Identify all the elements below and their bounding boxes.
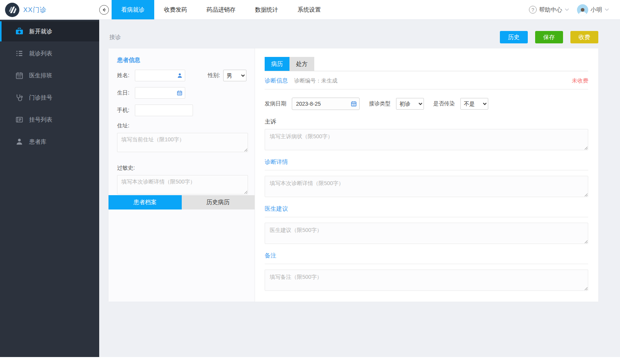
- back-button[interactable]: [99, 5, 109, 15]
- person-icon: [177, 73, 183, 78]
- divider: [265, 89, 588, 89]
- doctor-advice-textarea[interactable]: [265, 223, 588, 244]
- nav-tab-consult[interactable]: 看病就诊: [112, 0, 154, 19]
- sidebar-item-doctor-schedule[interactable]: 医生排班: [0, 65, 99, 86]
- allergy-label: 过敏史:: [117, 165, 247, 172]
- divider: [265, 264, 588, 264]
- medical-record-panel: 病历 处方 诊断信息 诊断编号：未生成 未收费 发病日期: [255, 48, 598, 302]
- page-title: 接诊: [109, 34, 121, 41]
- tab-patient-archive[interactable]: 患者档案: [108, 195, 182, 209]
- sidebar-item-label: 门诊挂号: [29, 94, 52, 101]
- patient-panel-tabs: 患者档案 历史病历: [108, 195, 255, 209]
- visit-type-select[interactable]: 初诊: [396, 98, 424, 110]
- divider: [265, 217, 588, 217]
- registration-card-icon: [16, 116, 23, 124]
- patient-info-title: 患者信息: [117, 57, 247, 64]
- charge-button[interactable]: 收费: [570, 31, 598, 43]
- infectious-label: 是否传染: [433, 100, 455, 107]
- onset-date-input[interactable]: [292, 98, 360, 110]
- first-aid-kit-icon: [16, 27, 23, 35]
- tab-medical-record[interactable]: 病历: [265, 57, 289, 71]
- record-tabs: 病历 处方: [265, 57, 588, 71]
- onset-date-label: 发病日期: [265, 100, 286, 107]
- main-content: 接诊 历史 保存 收费 患者信息 姓名:: [99, 20, 620, 357]
- section-doctor-advice: 医生建议: [265, 205, 588, 244]
- doctor-advice-title: 医生建议: [265, 205, 588, 213]
- gender-label: 性别:: [208, 72, 220, 79]
- user-name[interactable]: 小明: [591, 6, 602, 14]
- gender-group: 性别: 男: [208, 70, 246, 81]
- chief-complaint-textarea[interactable]: [265, 129, 588, 150]
- allergy-textarea[interactable]: [117, 175, 248, 194]
- remarks-textarea[interactable]: [265, 270, 588, 291]
- chief-complaint-title: 主诉: [265, 118, 588, 125]
- birthday-label: 生日:: [117, 89, 135, 96]
- sidebar-item-label: 挂号列表: [29, 116, 52, 124]
- nav-tab-drug-inventory[interactable]: 药品进销存: [197, 0, 245, 19]
- header-actions: 历史 保存 收费: [500, 31, 598, 43]
- remarks-title: 备注: [265, 252, 588, 259]
- sidebar-item-label: 新开就诊: [29, 28, 52, 35]
- diagnosis-detail-textarea[interactable]: [265, 176, 588, 197]
- diagnosis-detail-title: 诊断详情: [265, 158, 588, 166]
- nav-tab-settings[interactable]: 系统设置: [288, 0, 331, 19]
- phone-label: 手机:: [117, 107, 135, 114]
- section-diagnosis-detail: 诊断详情: [265, 158, 588, 197]
- stethoscope-icon: [16, 94, 23, 101]
- list-icon: [16, 50, 23, 57]
- section-chief-complaint: 主诉: [265, 118, 588, 150]
- nav-tab-charge-dispense[interactable]: 收费发药: [154, 0, 197, 19]
- sidebar-item-outpatient-registration[interactable]: 门诊挂号: [0, 88, 99, 108]
- tab-history-records[interactable]: 历史病历: [182, 195, 255, 209]
- help-center-link[interactable]: 帮助中心: [539, 6, 562, 14]
- phone-row: 手机:: [117, 105, 247, 116]
- sidebar-item-registration-list[interactable]: 挂号列表: [0, 110, 99, 130]
- fee-status-badge: 未收费: [572, 77, 588, 84]
- sidebar-item-label: 就诊列表: [29, 50, 52, 57]
- brand: XX门诊: [0, 0, 99, 19]
- sidebar: 新开就诊 就诊列表 医生排班: [0, 20, 99, 357]
- navbar-right: ? 帮助中心 小明: [529, 0, 620, 19]
- history-button[interactable]: 历史: [500, 31, 528, 43]
- save-button[interactable]: 保存: [535, 31, 563, 43]
- diagnosis-info-row: 诊断信息 诊断编号：未生成 未收费: [265, 77, 588, 84]
- chevron-down-icon: [565, 8, 569, 11]
- onset-row: 发病日期 接诊类型 初诊 是否传染: [265, 98, 588, 110]
- section-remarks: 备注: [265, 252, 588, 291]
- brand-logo-icon: [5, 3, 19, 17]
- birthday-row: 生日:: [117, 87, 247, 99]
- page-header: 接诊 历史 保存 收费: [99, 20, 620, 43]
- brand-name: XX门诊: [23, 5, 47, 14]
- name-row: 姓名: 性别: 男: [117, 70, 247, 81]
- infectious-select[interactable]: 不是: [460, 98, 488, 110]
- phone-input[interactable]: [135, 105, 193, 116]
- patient-info-panel: 患者信息 姓名: 性别: 男: [108, 48, 255, 302]
- help-icon: ?: [529, 6, 537, 14]
- main-nav-tabs: 看病就诊 收费发药 药品进销存 数据统计 系统设置: [112, 0, 331, 19]
- calendar-icon: [16, 72, 23, 79]
- name-label: 姓名:: [117, 72, 135, 79]
- sidebar-item-new-visit[interactable]: 新开就诊: [0, 21, 99, 41]
- gender-select[interactable]: 男: [223, 70, 246, 81]
- address-textarea[interactable]: [117, 133, 248, 152]
- address-label: 住址:: [117, 122, 247, 129]
- calendar-icon[interactable]: [177, 90, 183, 96]
- top-navbar: XX门诊 看病就诊 收费发药 药品进销存 数据统计 系统设置 ? 帮助中心: [0, 0, 620, 20]
- diagnosis-info-label: 诊断信息: [265, 77, 288, 84]
- sidebar-item-label: 患者库: [29, 138, 46, 146]
- diagnosis-number: 诊断编号：未生成: [294, 77, 338, 84]
- divider: [265, 170, 588, 170]
- arrow-left-icon: [102, 7, 107, 12]
- user-avatar[interactable]: [577, 4, 588, 15]
- sidebar-item-patient-database[interactable]: 患者库: [0, 132, 99, 152]
- person-icon: [16, 138, 23, 146]
- consultation-card: 患者信息 姓名: 性别: 男: [108, 48, 598, 302]
- chevron-down-icon: [604, 8, 609, 11]
- tab-prescription[interactable]: 处方: [289, 57, 314, 71]
- nav-tab-statistics[interactable]: 数据统计: [245, 0, 288, 19]
- sidebar-item-visit-list[interactable]: 就诊列表: [0, 43, 99, 64]
- app-window: XX门诊 看病就诊 收费发药 药品进销存 数据统计 系统设置 ? 帮助中心: [0, 0, 620, 357]
- sidebar-item-label: 医生排班: [29, 72, 52, 79]
- visit-type-label: 接诊类型: [369, 100, 391, 107]
- calendar-icon[interactable]: [351, 101, 357, 107]
